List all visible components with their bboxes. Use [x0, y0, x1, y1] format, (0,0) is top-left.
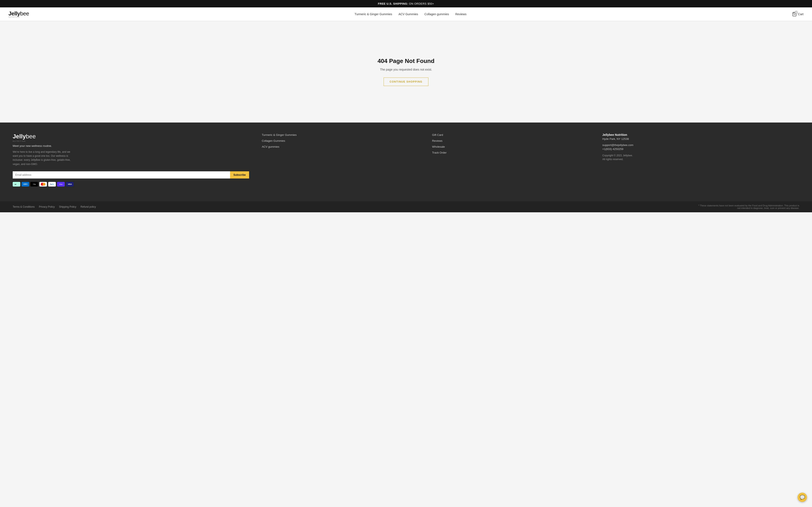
footer-nav-item: Wholesale: [432, 145, 590, 148]
footer-nav-item: Track Order: [432, 151, 590, 154]
cart-icon-wrap: 0: [792, 12, 797, 16]
shoppay-icon: Shop: [57, 182, 65, 186]
footer-link-giftcard[interactable]: Gift Card: [432, 133, 443, 136]
nav-link-acv[interactable]: ACV Gummies: [398, 12, 418, 16]
nav-item: ACV Gummies: [398, 12, 418, 16]
cart-button[interactable]: 0 Cart: [792, 12, 804, 16]
footer-legal-links: Terms & Conditions Privacy Policy Shippi…: [13, 205, 96, 208]
subscribe-button[interactable]: Subscribe: [230, 171, 249, 178]
footer-nav-item: Reviews: [432, 139, 590, 143]
nav-item: Collagen gummies: [424, 12, 449, 16]
header: Jellybee NUTRITION Turmeric & Ginger Gum…: [0, 7, 812, 21]
footer-link-reviews[interactable]: Reviews: [432, 139, 442, 143]
nav-link-turmeric[interactable]: Turmeric & Ginger Gummies: [355, 12, 392, 16]
footer-brand-col: Jellybee NUTRITION Meet your new wellnes…: [13, 133, 249, 186]
payment-icons: AP AMEX  Pay PayPal Shop VISA: [13, 182, 249, 186]
footer-link-turmeric[interactable]: Turmeric & Ginger Gummies: [262, 133, 297, 136]
shipping-policy-link[interactable]: Shipping Policy: [59, 205, 77, 208]
logo[interactable]: Jellybee NUTRITION: [8, 10, 29, 18]
nav-list: Turmeric & Ginger Gummies ACV Gummies Co…: [355, 12, 466, 16]
nav-link-reviews[interactable]: Reviews: [455, 12, 466, 16]
continue-shopping-button[interactable]: CONTINUE SHOPPING: [384, 77, 428, 86]
footer-links-col1: Turmeric & Ginger Gummies Collagen Gummi…: [262, 133, 419, 186]
page-subtitle: The page you requested does not exist.: [380, 68, 432, 71]
nav-item: Reviews: [455, 12, 466, 16]
email-input[interactable]: [13, 171, 230, 178]
footer-top: Jellybee NUTRITION Meet your new wellnes…: [13, 133, 799, 195]
nav-link-collagen[interactable]: Collagen gummies: [424, 12, 449, 16]
banner-bold: FREE U.S. SHIPPING:: [378, 2, 408, 5]
copyright-line2: All rights reserved.: [602, 158, 623, 161]
footer-link-acv[interactable]: ACV gummies: [262, 145, 280, 148]
footer-nav-item: ACV gummies: [262, 145, 419, 148]
footer-nav-list-1: Turmeric & Ginger Gummies Collagen Gummi…: [262, 133, 419, 148]
footer-nav-item: Gift Card: [432, 133, 590, 136]
footer: Jellybee NUTRITION Meet your new wellnes…: [0, 122, 812, 201]
page-title: 404 Page Not Found: [377, 58, 434, 64]
copyright-line1: Copyright © 2021 Jellybee.: [602, 154, 633, 157]
footer-company-name: Jellybee Nutrition: [602, 133, 799, 136]
svg-text:AP: AP: [14, 184, 16, 185]
footer-tagline: Meet your new wellness routine.: [13, 144, 249, 148]
main-content: 404 Page Not Found The page you requeste…: [0, 21, 812, 122]
footer-nav-item: Collagen Gummies: [262, 139, 419, 143]
visa-icon: VISA: [66, 182, 73, 186]
nav-item: Turmeric & Ginger Gummies: [355, 12, 392, 16]
mastercard-icon: [39, 182, 47, 186]
amex-icon: AMEX: [21, 182, 29, 186]
footer-links-col2: Gift Card Reviews Wholesale Track Order: [432, 133, 590, 186]
paypal-icon: PayPal: [48, 182, 56, 186]
footer-disclaimer: * These statements have not been evaluat…: [698, 204, 799, 209]
banner-normal: ON ORDERS $50+: [409, 2, 434, 5]
footer-link-collagen[interactable]: Collagen Gummies: [262, 139, 285, 143]
top-banner: FREE U.S. SHIPPING: ON ORDERS $50+: [0, 0, 812, 7]
footer-nav-list-2: Gift Card Reviews Wholesale Track Order: [432, 133, 590, 154]
privacy-policy-link[interactable]: Privacy Policy: [39, 205, 55, 208]
email-subscribe-form: Subscribe: [13, 171, 249, 178]
footer-address: Hyde Park, NY 12538: [602, 137, 799, 140]
afterpay-icon: AP: [13, 182, 20, 186]
footer-logo: Jellybee NUTRITION: [13, 133, 249, 142]
footer-link-wholesale[interactable]: Wholesale: [432, 145, 445, 148]
footer-email-link[interactable]: support@thejellybee.com: [602, 144, 799, 147]
main-nav: Turmeric & Ginger Gummies ACV Gummies Co…: [355, 12, 466, 16]
footer-nav-item: Turmeric & Ginger Gummies: [262, 133, 419, 136]
cart-label: Cart: [798, 12, 804, 16]
footer-description: We're here to live a long and legendary …: [13, 150, 72, 166]
footer-phone: +1(833) 4250259: [602, 148, 799, 151]
cart-count: 0: [795, 11, 798, 14]
footer-contact-col: Jellybee Nutrition Hyde Park, NY 12538 s…: [602, 133, 799, 186]
refund-policy-link[interactable]: Refund policy: [81, 205, 96, 208]
footer-bottom-bar: Terms & Conditions Privacy Policy Shippi…: [0, 201, 812, 212]
terms-conditions-link[interactable]: Terms & Conditions: [13, 205, 35, 208]
applepay-icon:  Pay: [31, 182, 38, 186]
footer-link-trackorder[interactable]: Track Order: [432, 151, 447, 154]
footer-copyright: Copyright © 2021 Jellybee. All rights re…: [602, 154, 799, 161]
